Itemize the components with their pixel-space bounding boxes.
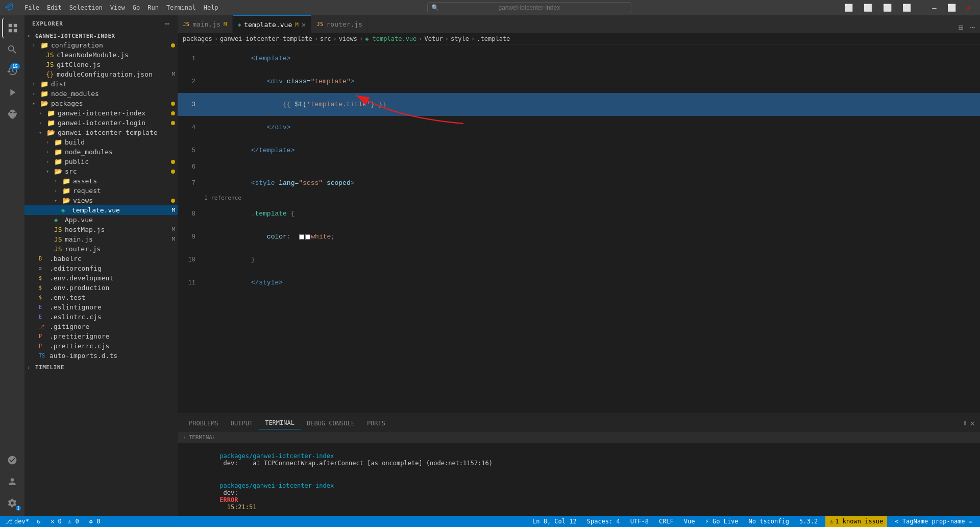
status-sync[interactable]: ↻ — [34, 518, 43, 525]
more-actions-icon[interactable]: ⋯ — [967, 21, 977, 33]
sidebar-item-mainjs[interactable]: JS main.js M — [24, 234, 178, 244]
menu-terminal[interactable]: Terminal — [166, 4, 196, 11]
sidebar-item-env-dev[interactable]: $ .env.development — [24, 273, 178, 283]
status-language[interactable]: Vue — [681, 518, 698, 525]
menu-file[interactable]: File — [24, 4, 39, 11]
sidebar-item-packages[interactable]: ▾ 📂 packages — [24, 99, 178, 108]
source-control-icon[interactable]: 15 — [2, 61, 22, 81]
status-encoding[interactable]: UTF-8 — [628, 518, 651, 525]
remote-icon[interactable] — [2, 450, 22, 470]
sidebar-item-ganwei-index[interactable]: › 📁 ganwei-iotcenter-index — [24, 108, 178, 118]
breadcrumb-file[interactable]: ◈ template.vue — [365, 35, 416, 42]
sidebar-item-ganwei-login[interactable]: › 📁 ganwei-iotcenter-login — [24, 118, 178, 128]
sidebar-item-eslintignore[interactable]: E .eslintignore — [24, 302, 178, 312]
close-button[interactable]: ✕ — [963, 3, 975, 13]
split-editor-icon[interactable]: ⊞ — [956, 21, 966, 33]
sidebar-item-request[interactable]: › 📁 request — [24, 186, 178, 196]
sidebar-item-babelrc[interactable]: B .babelrc — [24, 254, 178, 264]
sidebar-item-hostmap[interactable]: JS hostMap.js M — [24, 225, 178, 234]
layout-icon-3[interactable]: ⬜ — [879, 3, 896, 13]
tab-mainjs[interactable]: JS main.js M — [178, 15, 233, 33]
settings-icon[interactable]: 1 — [2, 493, 22, 513]
run-debug-icon[interactable] — [2, 82, 22, 103]
status-spaces[interactable]: Spaces: 4 — [584, 518, 623, 525]
tab-terminal[interactable]: TERMINAL — [259, 417, 301, 429]
sidebar-item-prettierrc[interactable]: P .prettierrc.cjs — [24, 341, 178, 351]
tab-problems[interactable]: PROBLEMS — [183, 417, 225, 429]
tab-output[interactable]: OUTPUT — [225, 417, 259, 429]
sidebar-item-eslintrc[interactable]: E .eslintrc.cjs — [24, 312, 178, 322]
tab-routerjs[interactable]: JS router.js — [311, 15, 368, 33]
sidebar-item-env-test[interactable]: $ .env.test — [24, 293, 178, 302]
main-layout: 15 1 EXPLORER ⋯ — [0, 15, 980, 516]
menu-selection[interactable]: Selection — [69, 4, 103, 11]
sidebar-item-env-prod[interactable]: $ .env.production — [24, 283, 178, 293]
layout-icon-2[interactable]: ⬜ — [860, 3, 876, 13]
code-editor[interactable]: 1 <template> 2 <div class="template"> 3 — [178, 44, 980, 414]
breadcrumb-selector[interactable]: .template — [477, 35, 510, 42]
menu-edit[interactable]: Edit — [47, 4, 62, 11]
sidebar-item-cleannodemodule[interactable]: JS cleanNodeModule.js — [24, 50, 178, 60]
sidebar-item-build[interactable]: › 📁 build — [24, 137, 178, 147]
sidebar-item-autoimports[interactable]: TS auto-imports.d.ts — [24, 351, 178, 361]
explorer-icon[interactable] — [2, 18, 22, 38]
maximize-button[interactable]: ⬜ — [943, 3, 960, 13]
breadcrumb-packages[interactable]: packages — [183, 35, 212, 42]
sidebar-item-public[interactable]: › 📁 public — [24, 157, 178, 166]
sidebar-item-node-modules-root[interactable]: › 📁 node_modules — [24, 89, 178, 99]
sidebar-item-assets[interactable]: › 📁 assets — [24, 176, 178, 186]
status-branch[interactable]: ⎇ dev* — [5, 518, 29, 525]
status-no-tsconfig[interactable]: No tsconfig — [746, 518, 792, 525]
sidebar-item-moduleconfiguration[interactable]: {} moduleConfiguration.json M — [24, 69, 178, 79]
sidebar-item-dist[interactable]: › 📁 dist — [24, 79, 178, 89]
extensions-icon[interactable] — [2, 104, 22, 124]
sidebar-root[interactable]: ▾ GANWEI-IOTCENTER-INDEX — [24, 32, 178, 40]
minimize-button[interactable]: — — [928, 3, 940, 13]
sidebar-item-ganwei-template[interactable]: ▾ 📂 ganwei-iotcenter-template — [24, 128, 178, 137]
tab-close-button[interactable]: ✕ — [302, 20, 306, 29]
status-line-ending[interactable]: CRLF — [656, 518, 676, 525]
layout-icon-1[interactable]: ⬜ — [840, 3, 857, 13]
breadcrumb-src[interactable]: src — [320, 35, 331, 42]
status-tagname[interactable]: < TagName prop-name = — [892, 518, 975, 525]
sidebar-item-prettierignore[interactable]: P .prettierignore — [24, 331, 178, 341]
menu-go[interactable]: Go — [133, 4, 140, 11]
sidebar-item-routerjs[interactable]: JS router.js — [24, 244, 178, 254]
title-search-input[interactable] — [427, 2, 631, 13]
breadcrumb-template-pkg[interactable]: ganwei-iotcenter-template — [220, 35, 312, 42]
account-icon[interactable] — [2, 471, 22, 492]
sidebar-item-views[interactable]: ▾ 📂 views — [24, 196, 178, 205]
status-errors[interactable]: ✕ 0 ⚠ 0 — [48, 518, 82, 525]
terminal-content[interactable]: packages/ganwei-iotcenter-index dev: at … — [178, 443, 980, 516]
sidebar-item-gitignore[interactable]: ⎇ .gitignore — [24, 322, 178, 331]
sidebar-item-configuration[interactable]: › 📁 configuration — [24, 40, 178, 50]
sidebar-item-template-vue[interactable]: ◈ template.vue M — [24, 205, 178, 215]
sidebar-item-gitclone[interactable]: JS gitClone.js — [24, 60, 178, 69]
terminal-maximize-icon[interactable]: ⬆ — [963, 418, 968, 428]
tab-ports[interactable]: PORTS — [361, 417, 391, 429]
sidebar-item-timeline[interactable]: › TIMELINE — [24, 363, 178, 372]
sidebar-item-editorconfig[interactable]: ⚙ .editorconfig — [24, 264, 178, 273]
layout-icon-4[interactable]: ⬜ — [898, 3, 915, 13]
sidebar-item-appvue[interactable]: ◈ App.vue — [24, 215, 178, 225]
sidebar-actions[interactable]: ⋯ — [165, 19, 170, 28]
menu-run[interactable]: Run — [148, 4, 159, 11]
status-cursor[interactable]: Ln 8, Col 12 — [530, 518, 579, 525]
tab-template-vue[interactable]: ◈ template.vue M ✕ — [233, 15, 312, 33]
breadcrumb-style[interactable]: style — [451, 35, 469, 42]
breadcrumb-views[interactable]: views — [339, 35, 357, 42]
terminal-close-icon[interactable]: ✕ — [970, 418, 975, 428]
sidebar-item-node-modules-template[interactable]: › 📁 node_modules — [24, 147, 178, 157]
status-git-changes[interactable]: ♻ 0 — [87, 518, 103, 525]
status-version[interactable]: 5.3.2 — [797, 518, 820, 525]
menu-view[interactable]: View — [110, 4, 125, 11]
folder-icon: 📁 — [40, 41, 50, 49]
sidebar-item-src[interactable]: ▾ 📂 src — [24, 166, 178, 176]
search-icon[interactable] — [2, 39, 22, 60]
tab-debug-console[interactable]: DEBUG CONSOLE — [301, 417, 361, 429]
status-go-live[interactable]: ⚡ Go Live — [702, 518, 741, 525]
menu-help[interactable]: Help — [204, 4, 218, 11]
breadcrumb-vetur[interactable]: Vetur — [425, 35, 443, 42]
activity-bar: 15 1 — [0, 15, 24, 516]
status-known-issue[interactable]: ⚠ 1 known issue — [825, 516, 887, 527]
